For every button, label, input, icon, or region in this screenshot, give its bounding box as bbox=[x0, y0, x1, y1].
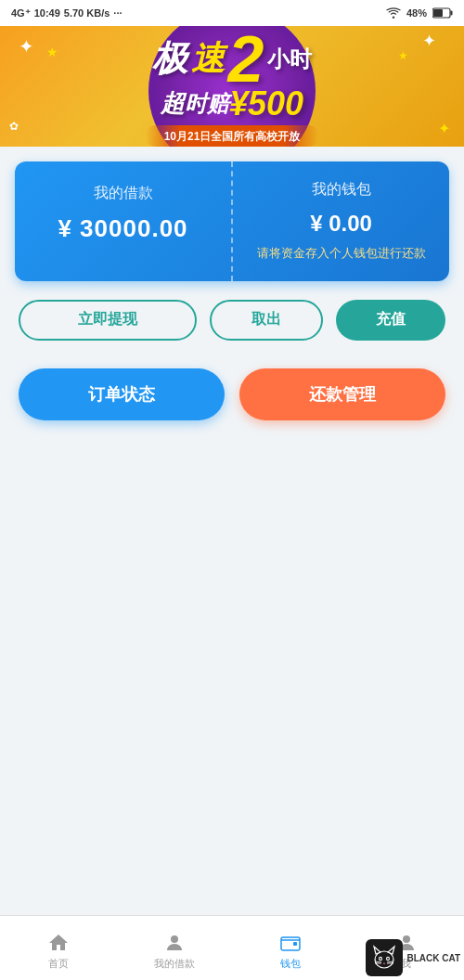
banner-line1: 极 速 2 小时 bbox=[152, 27, 313, 92]
status-bar: 4G⁺ 10:49 5.70 KB/s ··· 48% bbox=[0, 0, 464, 26]
dots: ··· bbox=[113, 7, 122, 19]
time-text: 10:49 bbox=[34, 7, 60, 19]
banner-chao: 超 bbox=[161, 87, 185, 120]
nav-item-loan[interactable]: 我的借款 bbox=[116, 926, 232, 971]
banner-xiaoshi: 小时 bbox=[267, 45, 312, 74]
status-right: 48% bbox=[386, 7, 453, 19]
svg-point-3 bbox=[171, 935, 178, 943]
my-wallet-label: 我的钱包 bbox=[251, 180, 431, 200]
svg-rect-2 bbox=[451, 11, 453, 16]
my-loan-label: 我的借款 bbox=[33, 184, 213, 203]
takeout-button[interactable]: 取出 bbox=[210, 300, 323, 341]
balance-left-panel: 我的借款 ¥ 30000.00 bbox=[15, 161, 233, 281]
banner-line3: 10月21日全国所有高校开放 bbox=[146, 125, 319, 147]
recharge-button[interactable]: 充值 bbox=[336, 300, 445, 341]
home-icon bbox=[47, 932, 70, 954]
order-status-button[interactable]: 订单状态 bbox=[19, 368, 225, 420]
banner-subtitle: 10月21日全国所有高校开放 bbox=[164, 130, 301, 143]
blackcat-badge[interactable]: BLACK CAT bbox=[366, 939, 460, 976]
banner-ji: 极 bbox=[152, 35, 187, 83]
banner-line2: 超 时 赔 ¥500 bbox=[161, 84, 303, 123]
blackcat-logo-icon bbox=[366, 939, 403, 976]
balance-right-panel: 我的钱包 ¥ 0.00 请将资金存入个人钱包进行还款 bbox=[233, 161, 449, 281]
svg-point-13 bbox=[380, 958, 381, 960]
banner-pei: 赔 bbox=[207, 89, 229, 119]
wallet-amount: ¥ 0.00 bbox=[251, 211, 431, 237]
banner-su: 速 bbox=[191, 36, 225, 82]
nav-label-wallet: 钱包 bbox=[280, 957, 301, 971]
balance-card: 我的借款 ¥ 30000.00 我的钱包 ¥ 0.00 请将资金存入个人钱包进行… bbox=[15, 161, 449, 281]
banner-shi: 时 bbox=[185, 89, 207, 119]
nav-label-home: 首页 bbox=[48, 957, 69, 971]
svg-rect-5 bbox=[293, 942, 297, 946]
withdraw-button[interactable]: 立即提现 bbox=[19, 300, 197, 341]
loan-icon bbox=[163, 932, 186, 954]
loan-amount: ¥ 30000.00 bbox=[33, 214, 213, 243]
blackcat-label: BLACK CAT bbox=[406, 953, 460, 963]
banner[interactable]: ✦ ★ ✦ ★ ✿ ✦ 极 速 2 小时 超 时 赔 ¥500 10月21日全国… bbox=[0, 26, 464, 147]
main-content: 我的借款 ¥ 30000.00 我的钱包 ¥ 0.00 请将资金存入个人钱包进行… bbox=[0, 147, 464, 472]
wallet-hint: 请将资金存入个人钱包进行还款 bbox=[251, 244, 431, 263]
nav-label-loan: 我的借款 bbox=[154, 957, 195, 971]
repayment-button[interactable]: 还款管理 bbox=[239, 368, 445, 420]
banner-text-container: 极 速 2 小时 超 时 赔 ¥500 10月21日全国所有高校开放 bbox=[0, 26, 464, 147]
nav-item-wallet[interactable]: 钱包 bbox=[232, 926, 348, 971]
wifi-icon bbox=[386, 7, 401, 19]
action-row: 立即提现 取出 充值 bbox=[15, 300, 449, 341]
svg-rect-1 bbox=[433, 9, 443, 17]
main-action-row: 订单状态 还款管理 bbox=[15, 368, 449, 420]
svg-point-14 bbox=[387, 958, 389, 960]
banner-500: ¥500 bbox=[229, 84, 303, 123]
carrier-text: 4G⁺ bbox=[11, 7, 31, 19]
wallet-icon bbox=[279, 932, 302, 954]
bottom-nav: 首页 我的借款 钱包 我 bbox=[0, 915, 464, 980]
battery-text: 48% bbox=[406, 7, 427, 19]
nav-item-home[interactable]: 首页 bbox=[0, 926, 116, 971]
battery-icon bbox=[432, 7, 453, 19]
banner-num2: 2 bbox=[228, 27, 264, 92]
network-speed: 5.70 KB/s bbox=[64, 7, 110, 19]
status-left: 4G⁺ 10:49 5.70 KB/s ··· bbox=[11, 7, 122, 19]
